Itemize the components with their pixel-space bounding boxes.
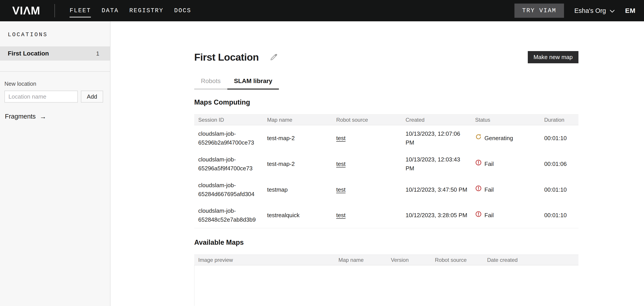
column-duration: Duration	[540, 115, 578, 125]
fragments-label: Fragments	[5, 113, 36, 120]
sidebar-heading: LOCATIONS	[8, 31, 110, 38]
session-id-cell: cloudslam-job-65296a5f9f4700ce73	[194, 151, 263, 177]
column-map-name: Map name	[263, 115, 332, 125]
page-title: First Location	[194, 51, 259, 63]
map-name-cell: testrealquick	[263, 203, 332, 228]
edit-pencil-icon[interactable]	[270, 53, 278, 61]
nav-item-data[interactable]: DATA	[102, 0, 119, 21]
table-row: cloudslam-job-652848c52e7ab8d3b9 testrea…	[194, 203, 578, 228]
org-switcher[interactable]: Esha's Org	[574, 7, 615, 14]
duration-cell: 00:01:10	[540, 125, 578, 151]
robot-source-cell: test	[332, 151, 402, 177]
column-date-created: Date created	[483, 255, 578, 265]
error-icon	[475, 185, 482, 194]
sidebar-divider	[0, 71, 110, 72]
robot-source-cell: test	[332, 125, 402, 151]
make-new-map-button[interactable]: Make new map	[528, 51, 578, 63]
session-id-cell: cloudslam-job-65284d667695afd304	[194, 177, 263, 203]
map-name-cell: test-map-2	[263, 125, 332, 151]
status-cell: Fail	[471, 203, 540, 228]
locations-sidebar: LOCATIONS First Location 1 New location …	[0, 21, 110, 306]
error-icon	[475, 159, 482, 168]
table-row: cloudslam-job-65284d667695afd304 testmap…	[194, 177, 578, 203]
nav-divider	[54, 4, 55, 17]
location-name: First Location	[8, 50, 49, 57]
duration-cell: 00:01:10	[540, 203, 578, 228]
robot-source-link[interactable]: test	[336, 186, 346, 193]
main-content: First Location Make new map Robots SLAM …	[110, 21, 644, 306]
maps-computing-heading: Maps Computing	[194, 98, 578, 106]
column-robot-source: Robot source	[431, 255, 483, 265]
nav-item-registry[interactable]: REGISTRY	[129, 0, 164, 21]
map-name-cell: test-map-2	[263, 151, 332, 177]
column-status: Status	[471, 115, 540, 125]
duration-cell: 00:01:06	[540, 151, 578, 177]
viam-logo[interactable]: VIΛM	[12, 4, 40, 17]
tab-robots[interactable]: Robots	[194, 77, 227, 89]
add-location-button[interactable]: Add	[81, 91, 103, 103]
nav-item-fleet[interactable]: FLEET	[70, 0, 91, 21]
robot-source-link[interactable]: test	[336, 212, 346, 219]
robot-source-link[interactable]: test	[336, 135, 346, 141]
try-viam-button[interactable]: TRY VIAM	[514, 3, 564, 18]
primary-nav: FLEET DATA REGISTRY DOCS	[70, 0, 202, 21]
table-row: cloudslam-job-65296a5f9f4700ce73 test-ma…	[194, 151, 578, 177]
robot-source-link[interactable]: test	[336, 161, 346, 167]
column-session-id: Session ID	[194, 115, 263, 125]
column-robot-source: Robot source	[332, 115, 402, 125]
location-name-input[interactable]	[4, 91, 78, 103]
top-navbar: VIΛM FLEET DATA REGISTRY DOCS TRY VIAM E…	[0, 0, 644, 21]
new-location-section: New location Add	[4, 81, 106, 103]
tab-slam-library[interactable]: SLAM library	[227, 77, 279, 89]
created-cell: 10/12/2023, 3:28:05 PM	[402, 203, 471, 228]
table-header-row: Image preview Map name Version Robot sou…	[194, 255, 578, 265]
nav-item-docs[interactable]: DOCS	[174, 0, 191, 21]
created-cell: 10/13/2023, 12:03:43 PM	[402, 151, 471, 177]
org-name: Esha's Org	[574, 7, 606, 14]
status-cell: Fail	[471, 177, 540, 203]
status-cell: Fail	[471, 151, 540, 177]
column-version: Version	[387, 255, 431, 265]
location-tabs: Robots SLAM library	[194, 77, 578, 89]
generating-refresh-icon	[475, 133, 482, 143]
status-label: Fail	[484, 159, 494, 168]
column-image-preview: Image preview	[194, 255, 334, 265]
table-row: cloudslam-job-65296b2a9f4700ce73 test-ma…	[194, 125, 578, 151]
location-robot-count: 1	[96, 50, 99, 57]
status-label: Generating	[484, 134, 513, 143]
user-avatar[interactable]: EM	[625, 7, 636, 14]
navbar-right: TRY VIAM Esha's Org EM	[514, 3, 639, 18]
available-maps-table: Image preview Map name Version Robot sou…	[194, 255, 578, 265]
column-created: Created	[402, 115, 471, 125]
error-icon	[475, 211, 482, 220]
duration-cell: 00:01:10	[540, 177, 578, 203]
status-label: Fail	[484, 185, 494, 194]
fragments-link[interactable]: Fragments →	[5, 113, 46, 120]
chevron-down-icon	[610, 7, 615, 14]
page-body: LOCATIONS First Location 1 New location …	[0, 21, 644, 306]
session-id-cell: cloudslam-job-65296b2a9f4700ce73	[194, 125, 263, 151]
map-name-cell: testmap	[263, 177, 332, 203]
created-cell: 10/13/2023, 12:07:06 PM	[402, 125, 471, 151]
created-cell: 10/12/2023, 3:47:50 PM	[402, 177, 471, 203]
table-header-row: Session ID Map name Robot source Created…	[194, 115, 578, 125]
status-cell: Generating	[471, 125, 540, 151]
robot-source-cell: test	[332, 203, 402, 228]
robot-source-cell: test	[332, 177, 402, 203]
available-maps-empty-body	[194, 265, 578, 306]
new-location-label: New location	[4, 81, 106, 87]
available-maps-heading: Available Maps	[194, 239, 578, 247]
session-id-cell: cloudslam-job-652848c52e7ab8d3b9	[194, 203, 263, 228]
arrow-right-icon: →	[40, 113, 46, 120]
status-label: Fail	[484, 211, 494, 220]
column-map-name: Map name	[334, 255, 387, 265]
maps-computing-table: Session ID Map name Robot source Created…	[194, 114, 578, 228]
sidebar-item-first-location[interactable]: First Location 1	[0, 46, 110, 61]
